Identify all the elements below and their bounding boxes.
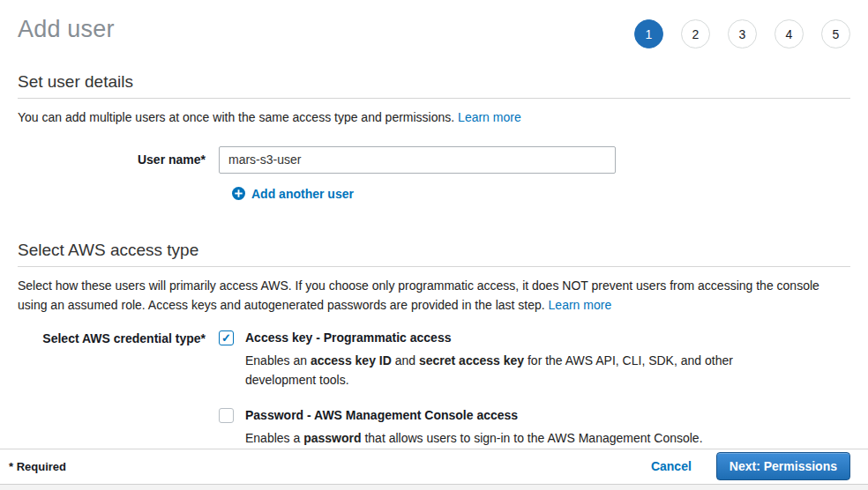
access-key-title: Access key - Programmatic access (245, 330, 739, 345)
required-note: * Required (9, 460, 66, 473)
desc-text: Enables an (245, 353, 311, 368)
username-input[interactable] (219, 146, 616, 174)
step-2-indicator: 2 (681, 19, 710, 48)
section-heading-access-type: Select AWS access type (18, 241, 850, 260)
wizard-header: Add user 1 2 3 4 5 (18, 0, 850, 48)
password-title: Password - AWS Management Console access (245, 408, 703, 422)
page-title: Add user (18, 16, 115, 43)
desc-bold: password (303, 431, 361, 445)
username-row: User name* (18, 146, 850, 174)
password-checkbox[interactable] (219, 408, 234, 423)
desc-bold: secret access key (419, 353, 524, 368)
credential-type-label: Select AWS credential type* (18, 330, 219, 449)
access-key-checkbox[interactable] (219, 330, 234, 345)
password-description: Enables a password that allows users to … (245, 428, 703, 448)
section-divider (18, 98, 850, 99)
access-key-texts: Access key - Programmatic access Enables… (245, 330, 739, 390)
page-bottom-strip (0, 484, 868, 490)
add-user-page: Add user 1 2 3 4 5 Set user details You … (0, 0, 868, 490)
wizard-footer: * Required Cancel Next: Permissions (0, 449, 868, 484)
user-details-description: You can add multiple users at once with … (18, 108, 850, 128)
desc-text: Enables a (245, 431, 303, 445)
credential-options: Access key - Programmatic access Enables… (219, 330, 739, 449)
desc-text: that allows users to sign-in to the AWS … (362, 431, 703, 445)
footer-actions: Cancel Next: Permissions (651, 452, 850, 480)
option-access-key: Access key - Programmatic access Enables… (219, 330, 739, 390)
section-divider (18, 266, 850, 267)
option-password: Password - AWS Management Console access… (219, 408, 739, 448)
main-content: Add user 1 2 3 4 5 Set user details You … (0, 0, 868, 449)
next-permissions-button[interactable]: Next: Permissions (716, 452, 850, 480)
add-another-user-link[interactable]: Add another user (232, 187, 354, 201)
username-label: User name* (18, 152, 219, 167)
add-another-user-label: Add another user (251, 187, 354, 201)
access-type-description: Select how these users will primarily ac… (18, 277, 850, 315)
step-3-indicator: 3 (728, 19, 757, 48)
plus-circle-icon (232, 187, 245, 200)
password-texts: Password - AWS Management Console access… (245, 408, 703, 448)
step-4-indicator: 4 (774, 19, 804, 48)
access-type-description-text: Select how these users will primarily ac… (18, 278, 819, 312)
desc-bold: access key ID (311, 353, 392, 368)
learn-more-link-user-details[interactable]: Learn more (458, 110, 521, 124)
access-key-description: Enables an access key ID and secret acce… (245, 351, 739, 390)
user-details-description-text: You can add multiple users at once with … (18, 110, 458, 124)
credential-type-row: Select AWS credential type* Access key -… (18, 330, 850, 449)
step-1-indicator: 1 (634, 19, 663, 48)
step-5-indicator: 5 (821, 19, 850, 48)
add-another-user-row: Add another user (232, 187, 850, 204)
cancel-link[interactable]: Cancel (651, 459, 692, 473)
wizard-step-indicator: 1 2 3 4 5 (634, 16, 850, 48)
desc-text: and (392, 353, 419, 368)
learn-more-link-access-type[interactable]: Learn more (549, 298, 612, 312)
section-heading-user-details: Set user details (18, 72, 850, 92)
